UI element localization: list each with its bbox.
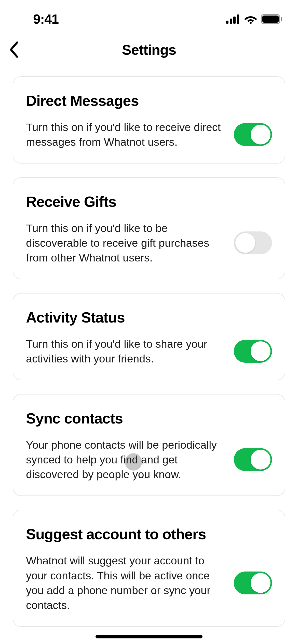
settings-card-direct-messages: Direct Messages Turn this on if you'd li… [13, 76, 285, 164]
chevron-left-icon [8, 40, 20, 59]
toggle-knob [251, 450, 270, 470]
status-time: 9:41 [33, 11, 59, 27]
svg-rect-3 [237, 14, 239, 24]
toggle-sync-contacts[interactable] [234, 448, 272, 471]
svg-rect-7 [281, 17, 282, 21]
card-row: Turn this on if you'd like to share your… [26, 336, 272, 366]
card-description: Your phone contacts will be periodically… [26, 437, 224, 482]
card-description: Turn this on if you'd like to be discove… [26, 221, 224, 265]
nav-bar: Settings [0, 33, 298, 66]
card-title: Direct Messages [26, 92, 272, 109]
toggle-direct-messages[interactable] [234, 123, 272, 146]
svg-rect-2 [233, 17, 236, 24]
toggle-knob [251, 573, 270, 593]
card-title: Sync contacts [26, 410, 272, 427]
settings-card-suggest-account: Suggest account to others Whatnot will s… [13, 510, 285, 626]
toggle-knob [251, 341, 270, 361]
card-row: Your phone contacts will be periodically… [26, 437, 272, 482]
toggle-activity-status[interactable] [234, 340, 272, 363]
card-row: Turn this on if you'd like to receive di… [26, 120, 272, 149]
toggle-knob [251, 125, 270, 144]
svg-point-4 [250, 22, 252, 24]
card-row: Turn this on if you'd like to be discove… [26, 221, 272, 265]
toggle-suggest-account[interactable] [234, 572, 272, 594]
card-title: Receive Gifts [26, 193, 272, 210]
card-row: Whatnot will suggest your account to you… [26, 553, 272, 612]
svg-rect-1 [230, 19, 232, 24]
status-bar: 9:41 [0, 0, 298, 33]
card-description: Whatnot will suggest your account to you… [26, 553, 224, 612]
card-description: Turn this on if you'd like to share your… [26, 336, 224, 366]
settings-card-sync-contacts: Sync contacts Your phone contacts will b… [13, 394, 285, 496]
wifi-icon [244, 14, 257, 24]
settings-card-receive-gifts: Receive Gifts Turn this on if you'd like… [13, 177, 285, 279]
settings-content: Direct Messages Turn this on if you'd li… [0, 66, 298, 627]
toggle-knob [235, 233, 255, 253]
card-title: Suggest account to others [26, 525, 272, 543]
settings-card-activity-status: Activity Status Turn this on if you'd li… [13, 293, 285, 380]
card-title: Activity Status [26, 309, 272, 326]
status-icons [226, 14, 283, 24]
toggle-receive-gifts[interactable] [234, 231, 272, 254]
card-description: Turn this on if you'd like to receive di… [26, 120, 224, 149]
home-indicator[interactable] [96, 635, 202, 638]
back-button[interactable] [5, 41, 23, 58]
battery-icon [261, 14, 283, 24]
cellular-signal-icon [226, 14, 240, 24]
svg-rect-6 [262, 16, 279, 23]
svg-rect-0 [226, 21, 228, 24]
page-title: Settings [122, 41, 176, 58]
